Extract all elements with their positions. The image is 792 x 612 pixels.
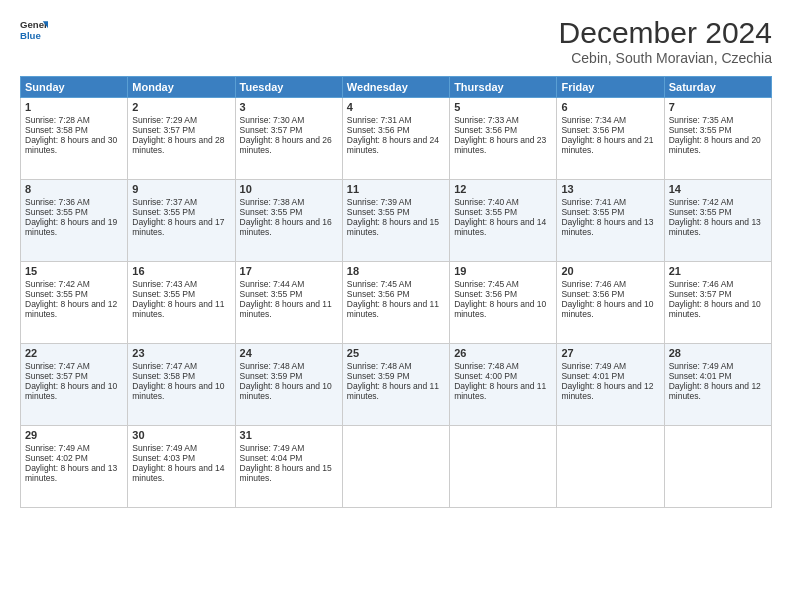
calendar-cell: 13Sunrise: 7:41 AMSunset: 3:55 PMDayligh… bbox=[557, 180, 664, 262]
day-number: 1 bbox=[25, 101, 123, 113]
day-number: 20 bbox=[561, 265, 659, 277]
calendar-cell: 6Sunrise: 7:34 AMSunset: 3:56 PMDaylight… bbox=[557, 98, 664, 180]
daylight-text: Daylight: 8 hours and 10 minutes. bbox=[454, 299, 546, 319]
sunset-text: Sunset: 4:00 PM bbox=[454, 371, 517, 381]
calendar-cell bbox=[450, 426, 557, 508]
calendar-cell: 26Sunrise: 7:48 AMSunset: 4:00 PMDayligh… bbox=[450, 344, 557, 426]
calendar-cell: 1Sunrise: 7:28 AMSunset: 3:58 PMDaylight… bbox=[21, 98, 128, 180]
sunrise-text: Sunrise: 7:42 AM bbox=[669, 197, 734, 207]
calendar-cell: 24Sunrise: 7:48 AMSunset: 3:59 PMDayligh… bbox=[235, 344, 342, 426]
week-row-4: 22Sunrise: 7:47 AMSunset: 3:57 PMDayligh… bbox=[21, 344, 772, 426]
sunrise-text: Sunrise: 7:48 AM bbox=[454, 361, 519, 371]
sunrise-text: Sunrise: 7:35 AM bbox=[669, 115, 734, 125]
sunset-text: Sunset: 3:55 PM bbox=[25, 207, 88, 217]
day-number: 18 bbox=[347, 265, 445, 277]
sunrise-text: Sunrise: 7:30 AM bbox=[240, 115, 305, 125]
calendar-cell: 5Sunrise: 7:33 AMSunset: 3:56 PMDaylight… bbox=[450, 98, 557, 180]
calendar-cell: 11Sunrise: 7:39 AMSunset: 3:55 PMDayligh… bbox=[342, 180, 449, 262]
sunrise-text: Sunrise: 7:41 AM bbox=[561, 197, 626, 207]
col-monday: Monday bbox=[128, 77, 235, 98]
sunset-text: Sunset: 3:55 PM bbox=[347, 207, 410, 217]
day-number: 9 bbox=[132, 183, 230, 195]
sunset-text: Sunset: 3:55 PM bbox=[25, 289, 88, 299]
sunrise-text: Sunrise: 7:45 AM bbox=[347, 279, 412, 289]
calendar-cell bbox=[557, 426, 664, 508]
calendar-cell: 14Sunrise: 7:42 AMSunset: 3:55 PMDayligh… bbox=[664, 180, 771, 262]
calendar-cell: 10Sunrise: 7:38 AMSunset: 3:55 PMDayligh… bbox=[235, 180, 342, 262]
sunrise-text: Sunrise: 7:34 AM bbox=[561, 115, 626, 125]
daylight-text: Daylight: 8 hours and 14 minutes. bbox=[132, 463, 224, 483]
daylight-text: Daylight: 8 hours and 10 minutes. bbox=[669, 299, 761, 319]
daylight-text: Daylight: 8 hours and 17 minutes. bbox=[132, 217, 224, 237]
calendar-cell: 31Sunrise: 7:49 AMSunset: 4:04 PMDayligh… bbox=[235, 426, 342, 508]
month-title: December 2024 bbox=[559, 16, 772, 50]
sunrise-text: Sunrise: 7:37 AM bbox=[132, 197, 197, 207]
daylight-text: Daylight: 8 hours and 16 minutes. bbox=[240, 217, 332, 237]
daylight-text: Daylight: 8 hours and 28 minutes. bbox=[132, 135, 224, 155]
svg-text:Blue: Blue bbox=[20, 30, 41, 41]
calendar-cell: 25Sunrise: 7:48 AMSunset: 3:59 PMDayligh… bbox=[342, 344, 449, 426]
day-number: 19 bbox=[454, 265, 552, 277]
col-saturday: Saturday bbox=[664, 77, 771, 98]
sunrise-text: Sunrise: 7:46 AM bbox=[561, 279, 626, 289]
day-number: 3 bbox=[240, 101, 338, 113]
daylight-text: Daylight: 8 hours and 20 minutes. bbox=[669, 135, 761, 155]
day-number: 8 bbox=[25, 183, 123, 195]
daylight-text: Daylight: 8 hours and 13 minutes. bbox=[669, 217, 761, 237]
calendar-cell: 16Sunrise: 7:43 AMSunset: 3:55 PMDayligh… bbox=[128, 262, 235, 344]
col-sunday: Sunday bbox=[21, 77, 128, 98]
calendar-cell: 23Sunrise: 7:47 AMSunset: 3:58 PMDayligh… bbox=[128, 344, 235, 426]
day-number: 17 bbox=[240, 265, 338, 277]
daylight-text: Daylight: 8 hours and 14 minutes. bbox=[454, 217, 546, 237]
sunset-text: Sunset: 3:55 PM bbox=[240, 207, 303, 217]
sunset-text: Sunset: 4:03 PM bbox=[132, 453, 195, 463]
sunrise-text: Sunrise: 7:36 AM bbox=[25, 197, 90, 207]
week-row-3: 15Sunrise: 7:42 AMSunset: 3:55 PMDayligh… bbox=[21, 262, 772, 344]
sunset-text: Sunset: 3:57 PM bbox=[240, 125, 303, 135]
sunset-text: Sunset: 3:59 PM bbox=[347, 371, 410, 381]
daylight-text: Daylight: 8 hours and 15 minutes. bbox=[347, 217, 439, 237]
day-number: 21 bbox=[669, 265, 767, 277]
daylight-text: Daylight: 8 hours and 30 minutes. bbox=[25, 135, 117, 155]
sunset-text: Sunset: 3:56 PM bbox=[347, 289, 410, 299]
sunset-text: Sunset: 3:56 PM bbox=[561, 289, 624, 299]
day-number: 4 bbox=[347, 101, 445, 113]
daylight-text: Daylight: 8 hours and 19 minutes. bbox=[25, 217, 117, 237]
col-wednesday: Wednesday bbox=[342, 77, 449, 98]
day-number: 25 bbox=[347, 347, 445, 359]
col-friday: Friday bbox=[557, 77, 664, 98]
daylight-text: Daylight: 8 hours and 23 minutes. bbox=[454, 135, 546, 155]
header-row: Sunday Monday Tuesday Wednesday Thursday… bbox=[21, 77, 772, 98]
calendar-cell bbox=[342, 426, 449, 508]
daylight-text: Daylight: 8 hours and 21 minutes. bbox=[561, 135, 653, 155]
day-number: 23 bbox=[132, 347, 230, 359]
calendar-cell: 21Sunrise: 7:46 AMSunset: 3:57 PMDayligh… bbox=[664, 262, 771, 344]
calendar-cell: 12Sunrise: 7:40 AMSunset: 3:55 PMDayligh… bbox=[450, 180, 557, 262]
sunrise-text: Sunrise: 7:44 AM bbox=[240, 279, 305, 289]
sunrise-text: Sunrise: 7:28 AM bbox=[25, 115, 90, 125]
sunrise-text: Sunrise: 7:49 AM bbox=[25, 443, 90, 453]
sunrise-text: Sunrise: 7:45 AM bbox=[454, 279, 519, 289]
day-number: 31 bbox=[240, 429, 338, 441]
calendar-cell: 20Sunrise: 7:46 AMSunset: 3:56 PMDayligh… bbox=[557, 262, 664, 344]
daylight-text: Daylight: 8 hours and 11 minutes. bbox=[347, 381, 439, 401]
sunrise-text: Sunrise: 7:49 AM bbox=[240, 443, 305, 453]
day-number: 15 bbox=[25, 265, 123, 277]
sunrise-text: Sunrise: 7:49 AM bbox=[669, 361, 734, 371]
daylight-text: Daylight: 8 hours and 12 minutes. bbox=[561, 381, 653, 401]
week-row-1: 1Sunrise: 7:28 AMSunset: 3:58 PMDaylight… bbox=[21, 98, 772, 180]
sunrise-text: Sunrise: 7:47 AM bbox=[25, 361, 90, 371]
calendar-cell: 15Sunrise: 7:42 AMSunset: 3:55 PMDayligh… bbox=[21, 262, 128, 344]
sunrise-text: Sunrise: 7:49 AM bbox=[132, 443, 197, 453]
day-number: 30 bbox=[132, 429, 230, 441]
day-number: 14 bbox=[669, 183, 767, 195]
daylight-text: Daylight: 8 hours and 10 minutes. bbox=[561, 299, 653, 319]
calendar-page: General Blue December 2024 Cebin, South … bbox=[0, 0, 792, 612]
sunrise-text: Sunrise: 7:40 AM bbox=[454, 197, 519, 207]
daylight-text: Daylight: 8 hours and 11 minutes. bbox=[454, 381, 546, 401]
calendar-cell: 9Sunrise: 7:37 AMSunset: 3:55 PMDaylight… bbox=[128, 180, 235, 262]
sunrise-text: Sunrise: 7:46 AM bbox=[669, 279, 734, 289]
calendar-cell: 8Sunrise: 7:36 AMSunset: 3:55 PMDaylight… bbox=[21, 180, 128, 262]
calendar-cell: 30Sunrise: 7:49 AMSunset: 4:03 PMDayligh… bbox=[128, 426, 235, 508]
daylight-text: Daylight: 8 hours and 11 minutes. bbox=[132, 299, 224, 319]
